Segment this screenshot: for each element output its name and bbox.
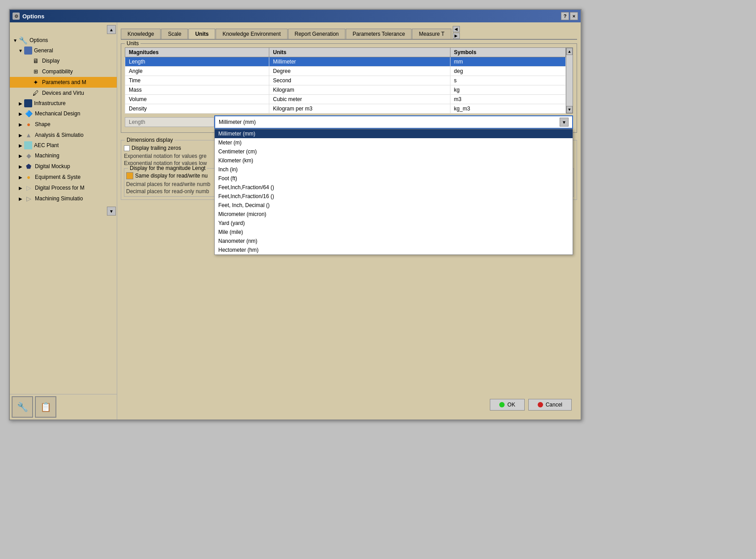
cell-magnitude: Mass: [125, 85, 269, 95]
col-symbols: Symbols: [450, 48, 565, 57]
units-table-wrapper: Magnitudes Units Symbols Length Millimet…: [125, 47, 573, 114]
tab-report[interactable]: Report Generation: [288, 29, 346, 39]
display-icon: 🖥: [31, 56, 40, 65]
sidebar-label-devices: Devices and Virtu: [42, 90, 84, 96]
sidebar-item-devices[interactable]: 🖊 Devices and Virtu: [10, 88, 117, 98]
dropdown-item[interactable]: Inch (in): [215, 165, 573, 174]
equip-icon: ●: [24, 173, 33, 182]
sidebar-label-analysis: Analysis & Simulatio: [35, 132, 84, 138]
tab-units[interactable]: Units: [188, 29, 215, 40]
machining-icon: ◆: [24, 151, 33, 160]
sidebar-label-digital: Digital Mockup: [35, 163, 70, 169]
sidebar-item-general[interactable]: ▼ General: [10, 46, 117, 55]
sidebar-item-equipment[interactable]: ▶ ● Equipment & Syste: [10, 172, 117, 182]
sidebar-item-dp[interactable]: ▶ ▷ Digital Process for M: [10, 182, 117, 193]
compat-icon: ⊞: [31, 67, 40, 76]
sidebar-label-params: Parameters and M: [42, 79, 86, 85]
cell-symbol: m3: [450, 95, 565, 104]
unit-dropdown[interactable]: Millimeter (mm) ▼: [214, 115, 573, 129]
sidebar-label-general: General: [34, 47, 53, 54]
tab-nav-next[interactable]: ▶: [453, 33, 460, 39]
sidebar-scroll-down[interactable]: ▼: [107, 207, 116, 216]
tab-nav-prev[interactable]: ◀: [453, 26, 460, 32]
expander-params: [24, 79, 31, 86]
sidebar-label-compat: Compatibility: [42, 68, 73, 75]
length-label: Length: [125, 117, 214, 127]
dropdown-item[interactable]: Feet,Inch,Fraction/64 (): [215, 183, 573, 192]
table-row[interactable]: Time Second s: [125, 76, 566, 85]
dropdown-item[interactable]: Mile (mile): [215, 228, 573, 237]
cell-symbol: kg: [450, 85, 565, 95]
tab-knowledge-env[interactable]: Knowledge Environment: [216, 29, 287, 39]
units-section-label: Units: [125, 40, 140, 47]
dropdown-item[interactable]: Centimeter (cm): [215, 147, 573, 156]
dropdown-item[interactable]: Foot (ft): [215, 174, 573, 183]
cell-unit: Degree: [269, 67, 450, 76]
tab-measure[interactable]: Measure T: [412, 29, 451, 39]
main-content: Knowledge Scale Units Knowledge Environm…: [117, 22, 581, 419]
cell-unit: Cubic meter: [269, 95, 450, 104]
sidebar-item-compatibility[interactable]: ⊞ Compatibility: [10, 66, 117, 77]
sidebar-item-parameters[interactable]: ✦ Parameters and M: [10, 77, 117, 88]
expander-infra: ▶: [17, 100, 24, 107]
tab-knowledge[interactable]: Knowledge: [121, 29, 161, 39]
sidebar-item-digital[interactable]: ▶ ⬟ Digital Mockup: [10, 161, 117, 172]
sidebar-label-equip: Equipment & Syste: [35, 174, 81, 180]
dropdown-item[interactable]: Meter (m): [215, 138, 573, 147]
trailing-zeros-checkbox[interactable]: [124, 145, 130, 151]
decimal-readonly-label: Decimal places for read-only numb: [126, 188, 209, 195]
devices-icon: 🖊: [31, 89, 40, 97]
cell-unit: Second: [269, 76, 450, 85]
sidebar-label-infra: Infrastructure: [34, 100, 66, 106]
tab-scale[interactable]: Scale: [161, 29, 188, 39]
sidebar-item-shape[interactable]: ▶ ● Shape: [10, 119, 117, 130]
sidebar-item-aec[interactable]: ▶ AEC Plant: [10, 140, 117, 150]
sidebar-item-infrastructure[interactable]: ▶ Infrastructure: [10, 98, 117, 108]
sidebar-label-shape: Shape: [35, 121, 51, 127]
sidebar-item-analysis[interactable]: ▶ ▲ Analysis & Simulatio: [10, 130, 117, 140]
sidebar-label-display: Display: [42, 58, 59, 64]
sidebar-label-machining: Machining: [35, 152, 59, 159]
dropdown-arrow-icon[interactable]: ▼: [560, 118, 569, 127]
sidebar-label-mech: Mechanical Design: [35, 110, 80, 117]
expander-aec: ▶: [17, 142, 24, 149]
dropdown-item[interactable]: Yard (yard): [215, 219, 573, 228]
help-button[interactable]: ?: [561, 12, 569, 20]
dropdown-item[interactable]: Millimeter (mm): [215, 129, 573, 138]
table-row[interactable]: Angle Degree deg: [125, 67, 566, 76]
dropdown-item[interactable]: Feet, Inch, Decimal (): [215, 201, 573, 210]
dropdown-item[interactable]: Kilometer (km): [215, 156, 573, 165]
sidebar-item-machining[interactable]: ▶ ◆ Machining: [10, 150, 117, 161]
sidebar-item-ms[interactable]: ▶ ▷ Machining Simulatio: [10, 193, 117, 204]
sidebar-item-mech-design[interactable]: ▶ 🔷 Mechanical Design: [10, 108, 117, 119]
table-row[interactable]: Density Kilogram per m3 kg_m3: [125, 104, 566, 114]
expander-machining: ▶: [17, 152, 24, 159]
expander-devices: [24, 89, 31, 97]
table-row[interactable]: Volume Cubic meter m3: [125, 95, 566, 104]
sidebar-scroll-up[interactable]: ▲: [107, 25, 116, 34]
dropdown-item[interactable]: Nanometer (nm): [215, 237, 573, 246]
sidebar-label-aec: AEC Plant: [34, 142, 59, 148]
sidebar-item-options[interactable]: ▼ 🔧 Options: [10, 35, 117, 46]
table-row[interactable]: Mass Kilogram kg: [125, 85, 566, 95]
table-row[interactable]: Length Millimeter mm: [125, 57, 566, 67]
dropdown-item[interactable]: Micrometer (micron): [215, 210, 573, 219]
cancel-button[interactable]: Cancel: [528, 399, 572, 411]
ms-icon: ▷: [24, 194, 33, 203]
toolbar-btn-2[interactable]: 📋: [35, 396, 56, 418]
sidebar-item-display[interactable]: 🖥 Display: [10, 55, 117, 66]
toolbar-btn-1[interactable]: 🔧: [12, 396, 33, 418]
dropdown-item[interactable]: Feet,Inch,Fraction/16 (): [215, 192, 573, 201]
cell-unit: Kilogram per m3: [269, 104, 450, 114]
close-button[interactable]: ×: [570, 12, 578, 20]
tab-params-tol[interactable]: Parameters Tolerance: [346, 29, 412, 39]
table-scroll-down[interactable]: ▼: [566, 106, 573, 113]
ok-button[interactable]: OK: [490, 399, 524, 411]
expander-general-icon: ▼: [17, 47, 24, 54]
expander-icon: ▼: [12, 37, 19, 44]
dropdown-item[interactable]: Hectometer (hm): [215, 246, 573, 254]
shape-icon: ●: [24, 120, 33, 129]
units-section: Units Magnitudes Units Symbols Len: [121, 43, 577, 133]
expander-ms: ▶: [17, 195, 24, 202]
table-scroll-up[interactable]: ▲: [566, 48, 573, 55]
